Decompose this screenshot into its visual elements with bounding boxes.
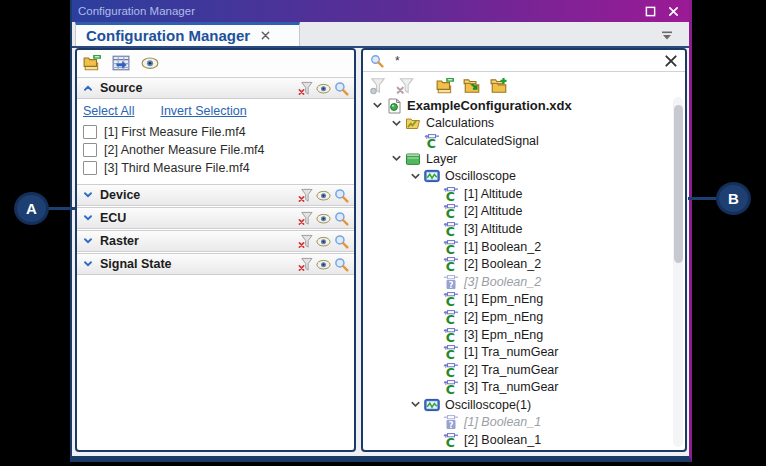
file-label: [2] Another Measure File.mf4 <box>104 143 265 157</box>
filter-clear-icon[interactable] <box>298 211 313 226</box>
tree-item-label: Layer <box>426 152 457 166</box>
invert-selection-link[interactable]: Invert Selection <box>160 104 246 118</box>
tree-item[interactable]: Calculations <box>365 115 671 133</box>
signal-icon: C+ <box>443 256 459 272</box>
collapse-folders-icon[interactable] <box>83 54 101 72</box>
tree-chevron-down-icon[interactable] <box>390 152 403 165</box>
tree-item-label: ExampleConfiguration.xdx <box>407 98 572 113</box>
chevron-up-icon[interactable] <box>82 82 94 94</box>
tab-configuration-manager[interactable]: Configuration Manager <box>75 22 300 46</box>
eye-icon[interactable] <box>316 234 331 249</box>
section-header-device[interactable]: Device <box>77 184 354 206</box>
svg-text:+: + <box>443 379 448 387</box>
magnifier-icon[interactable] <box>334 188 349 203</box>
magnifier-icon[interactable] <box>334 234 349 249</box>
tree-item[interactable]: C+[3] Altitude <box>365 220 671 238</box>
chevron-down-icon[interactable] <box>82 235 94 247</box>
svg-text:+: + <box>443 327 448 335</box>
import-folder-icon[interactable] <box>463 77 481 95</box>
tree-item[interactable]: ?[3] Boolean_2 <box>365 273 671 291</box>
tree-item[interactable]: C+[1] Boolean_2 <box>365 238 671 256</box>
tree-item[interactable]: Oscilloscope(1) <box>365 396 671 414</box>
tree-item[interactable]: C+[2] Boolean_2 <box>365 255 671 273</box>
magnifier-icon[interactable] <box>334 81 349 96</box>
tree-item[interactable]: C+[1] Epm_nEng <box>365 291 671 309</box>
signal-icon: C+ <box>443 344 459 360</box>
file-checkbox[interactable] <box>83 161 97 175</box>
tab-strip: Configuration Manager <box>72 22 689 48</box>
select-all-link[interactable]: Select All <box>83 104 134 118</box>
tab-list-dropdown-icon[interactable] <box>661 29 673 41</box>
filter-options-icon <box>369 77 387 95</box>
measure-file-row[interactable]: [3] Third Measure File.mf4 <box>83 159 348 177</box>
file-checkbox[interactable] <box>83 143 97 157</box>
tree-item[interactable]: ?[1] Boolean_1 <box>365 414 671 432</box>
measure-file-row[interactable]: [2] Another Measure File.mf4 <box>83 141 348 159</box>
search-input[interactable] <box>393 53 655 69</box>
filter-clear-icon[interactable] <box>298 81 313 96</box>
filter-clear-icon[interactable] <box>298 234 313 249</box>
tree-item[interactable]: C+[3] Boolean_1 <box>365 449 671 450</box>
section-header-raster[interactable]: Raster <box>77 230 354 252</box>
svg-text:+: + <box>443 256 448 264</box>
tree-item[interactable]: C+[3] Epm_nEng <box>365 326 671 344</box>
add-folder-icon[interactable] <box>490 77 508 95</box>
section-header-source[interactable]: Source <box>77 77 354 99</box>
section-actions <box>298 211 349 226</box>
filter-clear-icon[interactable] <box>298 188 313 203</box>
window-controls <box>645 6 683 17</box>
tree-chevron-down-icon[interactable] <box>371 99 384 112</box>
tree-item[interactable]: C+[1] Tra_numGear <box>365 343 671 361</box>
tree-item[interactable]: C+[2] Epm_nEng <box>365 308 671 326</box>
chevron-down-icon[interactable] <box>82 258 94 270</box>
search-bar <box>363 50 685 72</box>
tab-close-icon[interactable] <box>260 30 271 41</box>
svg-text:+: + <box>443 344 448 352</box>
scrollbar-thumb[interactable] <box>674 105 683 263</box>
eye-icon[interactable] <box>316 211 331 226</box>
tree-item[interactable]: C+[2] Altitude <box>365 203 671 221</box>
eye-icon[interactable] <box>316 188 331 203</box>
svg-text:+: + <box>424 133 429 141</box>
tree-chevron-down-icon[interactable] <box>409 398 422 411</box>
signal-icon: C+ <box>424 133 440 149</box>
section-label: Source <box>100 81 292 95</box>
window-titlebar: Configuration Manager <box>72 0 689 22</box>
tree-item[interactable]: ExampleConfiguration.xdx <box>365 97 671 115</box>
tree-item[interactable]: C+[1] Altitude <box>365 185 671 203</box>
collapse-folders-icon[interactable] <box>436 77 454 95</box>
section-actions <box>298 81 349 96</box>
tree-item[interactable]: Layer <box>365 150 671 168</box>
eye-icon[interactable] <box>316 257 331 272</box>
svg-text:+: + <box>443 291 448 299</box>
tree-scrollbar[interactable] <box>673 97 683 447</box>
tree-item-label: [3] Tra_numGear <box>464 380 559 394</box>
filter-clear-icon[interactable] <box>298 257 313 272</box>
chevron-down-icon[interactable] <box>82 212 94 224</box>
tree-item[interactable]: C+[2] Boolean_1 <box>365 431 671 449</box>
chevron-down-icon[interactable] <box>82 189 94 201</box>
tree-item[interactable]: Oscilloscope <box>365 167 671 185</box>
file-checkbox[interactable] <box>83 125 97 139</box>
close-icon[interactable] <box>668 6 679 17</box>
tree-chevron-down-icon[interactable] <box>390 117 403 130</box>
tree-item[interactable]: C+[2] Tra_numGear <box>365 361 671 379</box>
eye-icon[interactable] <box>141 54 159 72</box>
maximize-icon[interactable] <box>645 6 656 17</box>
eye-icon[interactable] <box>316 81 331 96</box>
file-label: [1] First Measure File.mf4 <box>104 125 246 139</box>
magnifier-icon[interactable] <box>334 257 349 272</box>
tree-item[interactable]: C+[3] Tra_numGear <box>365 379 671 397</box>
tree-item[interactable]: C+CalculatedSignal <box>365 132 671 150</box>
selection-links: Select AllInvert Selection <box>83 104 348 118</box>
table-view-icon[interactable] <box>112 54 130 72</box>
magnifier-icon[interactable] <box>334 211 349 226</box>
measure-file-row[interactable]: [1] First Measure File.mf4 <box>83 123 348 141</box>
search-clear-icon[interactable] <box>664 54 678 68</box>
signal-icon: C+ <box>443 362 459 378</box>
section-header-ecu[interactable]: ECU <box>77 207 354 229</box>
tree-chevron-down-icon[interactable] <box>409 170 422 183</box>
svg-text:?: ? <box>449 279 454 289</box>
section-header-signal-state[interactable]: Signal State <box>77 253 354 275</box>
tree-item-label: [2] Boolean_1 <box>464 433 541 447</box>
